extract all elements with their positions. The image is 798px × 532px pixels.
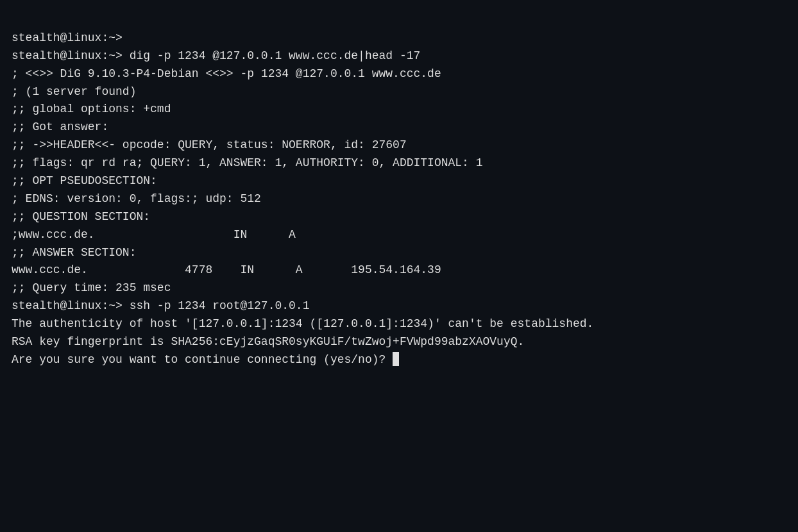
terminal-cursor xyxy=(393,352,399,366)
terminal-line-line9: ;; flags: qr rd ra; QUERY: 1, ANSWER: 1,… xyxy=(12,154,786,172)
terminal-line-line2: stealth@linux:~> dig -p 1234 @127.0.0.1 … xyxy=(12,47,786,65)
terminal-line-line6: ;; global options: +cmd xyxy=(12,101,786,119)
terminal-line-line11: ;; OPT PSEUDOSECTION: xyxy=(12,172,786,190)
terminal-line-line14: ;www.ccc.de. IN A xyxy=(12,226,786,244)
terminal-line-line22: RSA key fingerprint is SHA256:cEyjzGaqSR… xyxy=(12,333,786,351)
terminal-line-line17: www.ccc.de. 4778 IN A 195.54.164.39 xyxy=(12,262,786,279)
terminal-line-line20: stealth@linux:~> ssh -p 1234 root@127.0.… xyxy=(12,297,786,315)
terminal-window[interactable]: stealth@linux:~>stealth@linux:~> dig -p … xyxy=(0,0,798,532)
terminal-line-line5: ; (1 server found) xyxy=(12,83,786,101)
terminal-line-line7: ;; Got answer: xyxy=(12,119,786,137)
terminal-line-line1: stealth@linux:~> xyxy=(12,29,786,47)
terminal-line-line13: ;; QUESTION SECTION: xyxy=(12,208,786,226)
terminal-line-line21: The authenticity of host '[127.0.0.1]:12… xyxy=(12,315,786,333)
terminal-line-line4: ; <<>> DiG 9.10.3-P4-Debian <<>> -p 1234… xyxy=(12,65,786,83)
terminal-line-line8: ;; ->>HEADER<<- opcode: QUERY, status: N… xyxy=(12,137,786,154)
terminal-line-line12: ; EDNS: version: 0, flags:; udp: 512 xyxy=(12,190,786,208)
terminal-line-line16: ;; ANSWER SECTION: xyxy=(12,244,786,262)
terminal-line-line19: ;; Query time: 235 msec xyxy=(12,279,786,297)
terminal-line-line23: Are you sure you want to continue connec… xyxy=(12,351,786,369)
